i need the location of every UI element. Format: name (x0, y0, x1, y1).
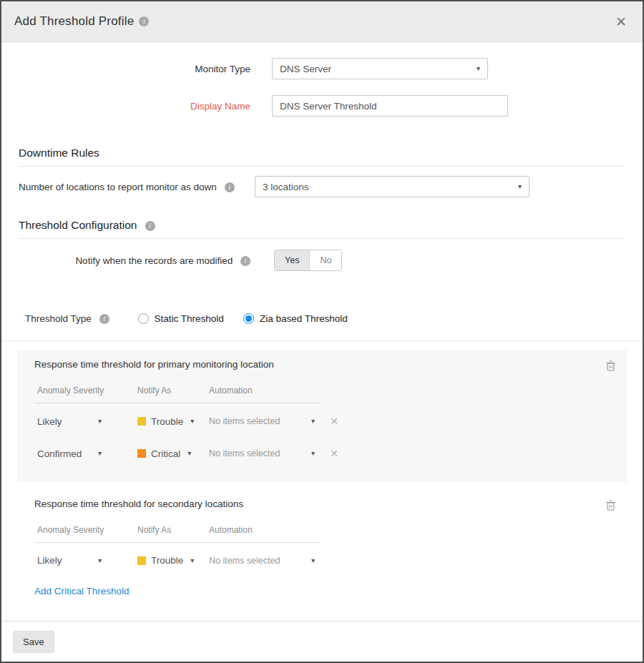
primary-card-header: Response time threshold for primary moni… (34, 359, 617, 373)
remove-row-icon[interactable]: ✕ (323, 448, 345, 459)
save-button[interactable]: Save (13, 631, 54, 653)
threshold-table-header: Anomaly Severity Notify As Automation (34, 512, 321, 543)
secondary-card-header: Response time threshold for secondary lo… (34, 499, 617, 512)
chevron-down-icon: ▾ (311, 450, 315, 457)
threshold-type-options: Static Threshold Zia based Threshold (138, 313, 367, 324)
notify-as-select[interactable]: Trouble ▾ (137, 555, 209, 566)
radio-unchecked-icon (138, 313, 149, 324)
locations-label: Number of locations to report monitor as… (1, 182, 255, 192)
threshold-type-row: Threshold Type i Static Threshold Zia ba… (1, 313, 643, 324)
trash-icon[interactable] (605, 359, 617, 373)
severity-select[interactable]: Likely ▾ (37, 416, 102, 427)
dialog-footer: Save (1, 621, 643, 662)
severity-select[interactable]: Likely ▾ (37, 555, 102, 566)
chevron-down-icon: ▾ (477, 65, 480, 72)
chevron-down-icon: ▾ (187, 450, 191, 457)
locations-row: Number of locations to report monitor as… (1, 176, 643, 197)
automation-select[interactable]: No items selected ▾ (209, 416, 315, 426)
threshold-config-title: Threshold Configuration i (1, 219, 643, 232)
radio-checked-icon (243, 313, 254, 324)
downtime-rules-section: Downtime Rules Number of locations to re… (1, 147, 643, 197)
info-icon[interactable]: i (145, 221, 155, 231)
radio-zia-based-threshold[interactable]: Zia based Threshold (243, 313, 348, 324)
remove-row-icon[interactable]: ✕ (323, 416, 345, 427)
dialog-body: Monitor Type DNS Server ▾ Display Name D… (1, 42, 643, 621)
monitor-type-select[interactable]: DNS Server ▾ (272, 58, 488, 79)
threshold-row-confirmed: Confirmed ▾ Critical ▾ No items selected… (34, 436, 617, 468)
threshold-row-likely: Likely ▾ Trouble ▾ No items selected ▾ ✕ (34, 403, 617, 436)
status-color-swatch (137, 449, 146, 458)
info-icon[interactable]: i (99, 314, 109, 324)
threshold-table-header: Anomaly Severity Notify As Automation (34, 373, 321, 403)
threshold-row-likely: Likely ▾ Trouble ▾ No items selected ▾ (34, 543, 617, 574)
monitor-type-label: Monitor Type (1, 64, 250, 74)
monitor-type-value: DNS Server (280, 64, 331, 74)
threshold-config-section: Threshold Configuration i Notify when th… (1, 219, 643, 324)
chevron-down-icon: ▾ (190, 418, 194, 425)
locations-value: 3 locations (263, 182, 309, 192)
notify-row: Notify when the records are modified i Y… (1, 250, 643, 271)
notify-as-select[interactable]: Critical ▾ (137, 448, 209, 459)
radio-static-threshold[interactable]: Static Threshold (138, 313, 224, 324)
info-icon[interactable]: i (225, 182, 235, 192)
notify-toggle-yes[interactable]: Yes (275, 250, 310, 270)
status-color-swatch (137, 556, 146, 565)
monitor-type-row: Monitor Type DNS Server ▾ (1, 58, 643, 79)
automation-select[interactable]: No items selected ▾ (209, 448, 315, 458)
threshold-type-label: Threshold Type i (25, 313, 109, 324)
display-name-label: Display Name (1, 101, 250, 112)
dialog-header: Add Threshold Profile i ✕ (1, 1, 643, 42)
notify-toggle-no[interactable]: No (310, 250, 341, 270)
automation-select[interactable]: No items selected ▾ (209, 556, 315, 566)
secondary-card-title: Response time threshold for secondary lo… (34, 499, 243, 509)
notify-as-select[interactable]: Trouble ▾ (137, 416, 209, 427)
dialog-title: Add Threshold Profile (14, 14, 134, 29)
close-icon[interactable]: ✕ (613, 12, 630, 31)
chevron-down-icon: ▾ (98, 418, 102, 425)
severity-select[interactable]: Confirmed ▾ (37, 448, 102, 459)
add-critical-threshold-link[interactable]: Add Critical Threshold (34, 586, 130, 596)
display-name-row: Display Name (1, 95, 643, 117)
primary-threshold-card: Response time threshold for primary moni… (17, 350, 627, 482)
chevron-down-icon: ▾ (98, 557, 102, 564)
section-divider (19, 238, 625, 239)
chevron-down-icon: ▾ (190, 557, 194, 564)
chevron-down-icon: ▾ (311, 418, 315, 425)
info-icon[interactable]: i (240, 256, 250, 266)
section-divider (19, 166, 625, 167)
locations-select[interactable]: 3 locations ▾ (255, 176, 530, 197)
secondary-threshold-card: Response time threshold for secondary lo… (17, 487, 627, 612)
info-icon[interactable]: i (139, 16, 149, 26)
downtime-rules-title: Downtime Rules (1, 147, 643, 159)
notify-label: Notify when the records are modified i (1, 255, 250, 266)
add-threshold-profile-dialog: Add Threshold Profile i ✕ Monitor Type D… (0, 0, 644, 663)
section-divider (1, 340, 643, 341)
notify-toggle: Yes No (274, 250, 342, 271)
chevron-down-icon: ▾ (518, 183, 522, 190)
display-name-input[interactable] (272, 95, 508, 117)
chevron-down-icon: ▾ (311, 557, 315, 564)
primary-card-title: Response time threshold for primary moni… (34, 359, 274, 370)
status-color-swatch (137, 417, 146, 426)
trash-icon[interactable] (605, 499, 617, 512)
chevron-down-icon: ▾ (98, 450, 102, 457)
